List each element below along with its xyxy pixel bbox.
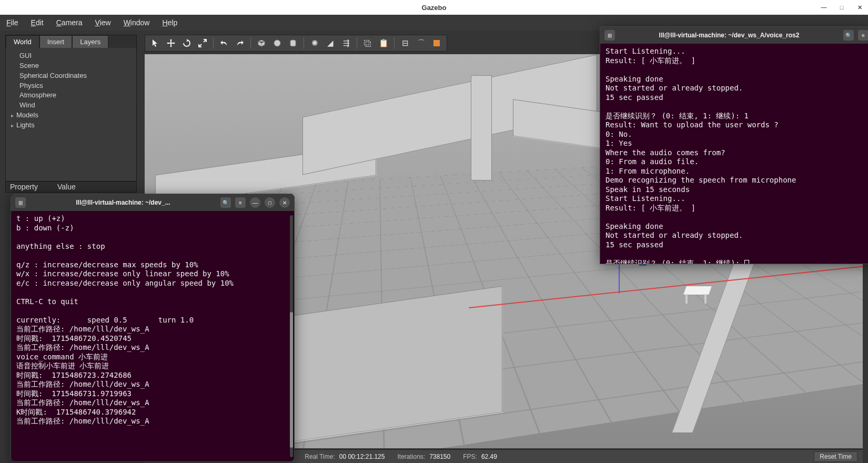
app-titlebar: Gazebo — □ ✕ [0,0,868,15]
tab-insert[interactable]: Insert [39,35,73,48]
real-label: Real Time: [305,453,335,460]
tree-scene[interactable]: Scene [11,61,131,71]
close-icon[interactable]: ✕ [279,197,290,208]
paste-icon[interactable]: 📋 [377,36,390,50]
property-col: Property [10,183,57,191]
cursor [744,260,749,265]
minimize-button[interactable]: — [820,3,828,12]
new-tab-icon[interactable]: ⊞ [15,197,26,208]
fps-label: FPS: [463,453,477,460]
left-panel: World Insert Layers GUI Scene Spherical … [5,35,137,193]
fps-val: 62.49 [481,453,497,460]
search-icon[interactable]: 🔍 [843,30,854,41]
snap-icon[interactable]: ⌒ [414,36,428,50]
minimize-icon[interactable]: — [250,197,260,208]
menu-window[interactable]: Window [124,18,150,27]
maximize-button[interactable]: □ [837,3,846,12]
scrollbar[interactable] [290,215,293,457]
close-button[interactable]: ✕ [855,3,864,12]
terminal-1-title: lll@lll-virtual-machine: ~/dev_... [30,199,216,206]
pointer-icon[interactable] [148,36,162,50]
svg-point-0 [274,40,280,46]
wall [471,75,492,180]
tree-models[interactable]: Models [11,110,131,120]
menu-camera[interactable]: Camera [56,18,83,27]
tree-physics[interactable]: Physics [11,81,131,91]
maximize-icon[interactable]: □ [265,197,275,208]
terminal-2[interactable]: ⊞ lll@lll-virtual-machine: ~/dev_ws_A/vo… [600,26,868,264]
property-header: Property Value [6,181,136,192]
cube-icon[interactable] [255,36,268,50]
undo-icon[interactable] [217,36,231,50]
terminal-2-title: lll@lll-virtual-machine: ~/dev_ws_A/voic… [619,32,839,39]
table-model [684,286,711,304]
iter-val: 738150 [429,453,450,460]
tree-wind[interactable]: Wind [11,100,131,110]
spot-light-icon[interactable]: ◢ [324,36,337,50]
scale-icon[interactable] [196,36,209,50]
redo-icon[interactable] [233,36,247,50]
iter-label: Iterations: [397,453,425,460]
terminal-2-output[interactable]: Start Listening... Result: [ 小车前进。 ] Spe… [600,44,868,264]
menu-help[interactable]: Help [162,18,177,27]
world-tree[interactable]: GUI Scene Spherical Coordinates Physics … [6,48,136,181]
tree-lights[interactable]: Lights [11,120,131,130]
reset-time-button[interactable]: Reset Time [814,451,857,462]
search-icon[interactable]: 🔍 [220,197,231,208]
new-tab-icon[interactable]: ⊞ [604,30,615,41]
toolbar: ✺ ◢ ⇶ ⿻ 📋 ⊟ ⌒ [145,35,447,52]
value-col: Value [57,183,76,191]
tree-atmosphere[interactable]: Atmosphere [11,90,131,100]
tree-spherical[interactable]: Spherical Coordinates [11,71,131,81]
rotate-icon[interactable] [180,36,194,50]
menu-icon[interactable]: ≡ [858,30,868,41]
menu-icon[interactable]: ≡ [235,197,246,208]
point-light-icon[interactable]: ✺ [308,36,321,50]
terminal-1[interactable]: ⊞ lll@lll-virtual-machine: ~/dev_... 🔍 ≡… [11,194,295,462]
menu-edit[interactable]: Edit [31,18,44,27]
dir-light-icon[interactable]: ⇶ [339,36,353,50]
cylinder-icon[interactable] [286,36,300,50]
tab-world[interactable]: World [6,35,39,48]
terminal-1-output[interactable]: t : up (+z) b : down (-z) anything else … [11,211,294,429]
copy-icon[interactable]: ⿻ [361,36,375,50]
align-icon[interactable]: ⊟ [398,36,412,50]
record-icon[interactable] [430,36,443,50]
tab-layers[interactable]: Layers [72,35,108,48]
sphere-icon[interactable] [270,36,284,50]
translate-icon[interactable] [164,36,178,50]
app-title: Gazebo [422,4,447,12]
menu-view[interactable]: View [95,18,111,27]
tree-gui[interactable]: GUI [11,51,131,61]
menu-file[interactable]: FFileile [6,18,18,27]
real-val: 00 00:12:21.125 [339,453,385,460]
